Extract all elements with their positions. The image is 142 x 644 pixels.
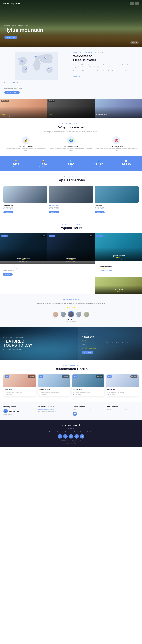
hero-logo: oceaus|travel [4, 2, 21, 5]
stat-destinations: 👥 19 190 Destinations [85, 160, 112, 168]
welcome-map: Europe Asia US Oceania North America Sou… [4, 52, 69, 94]
hero-subtitle: DISCOVER MOUNTAIN TOURS [4, 25, 43, 26]
hero-section: oceaus|travel DISCOVER MOUNTAIN TOURS Hy… [0, 0, 142, 47]
hotel-malere[interactable]: Hotel $290/night Malere Hotel ★★★ 175 Gr… [106, 374, 139, 396]
footer-contact: Book by Phone 📞 (811) 321-4795 Call us a… [0, 402, 142, 420]
card-apostles-price: From $990 / 3 nights [49, 115, 93, 116]
footer-nav-tours[interactable]: Our Tours [57, 431, 62, 432]
card-apostles-overlay: SALE 20% Twelve Apostles ★★★★ From $990 … [47, 98, 95, 118]
social-youtube-icon[interactable]: yt [80, 434, 84, 438]
why-icon-service: 🌍 [67, 136, 75, 144]
avatar-3-selected[interactable] [68, 311, 74, 317]
destination-switzerland-book-button[interactable]: Book now [49, 211, 59, 214]
why-description: Lorem ipsum dolor sit amet, consectetur … [41, 130, 101, 133]
destination-usa-image [4, 186, 47, 203]
social-linkedin-icon[interactable]: in [69, 434, 73, 438]
tour-twelve-apostles[interactable]: Australia -27% Twelve Apostles ★★★★ From… [0, 234, 47, 264]
hotel-serana-address: 175 Serana Hotel, Maldives Island [73, 392, 103, 393]
footer-nav-stories[interactable]: Customer Stories [74, 431, 84, 432]
destination-australia-price: Price From $420 [95, 208, 138, 210]
card-hyatt-stars: ★★★ [96, 115, 141, 116]
hotel-malere-name: Malere Hotel [107, 388, 137, 390]
tours-title: Popular Tours [0, 226, 142, 230]
hotel-hilton-reviews: 3.4 | 220 reviews [5, 394, 35, 395]
featured-description: Lorem ipsum dolor sit amet, consectetur … [82, 342, 138, 346]
hotel-santorini-stars: ★★★★ [39, 390, 69, 392]
hotel-serana-price-badge: $340/night [96, 376, 103, 378]
tour-mananta-sea[interactable]: Maldives -14% Mananta Sea ★★★★ From $380… [47, 234, 95, 264]
nav-icon-1[interactable] [130, 2, 134, 5]
why-title: Why choose us [4, 126, 138, 129]
welcome-stats: Europe Asia US Oceania North America Sou… [4, 82, 69, 89]
hero-nav-icons [130, 2, 138, 5]
tours-right-info: Hylus Mountain ★★★★★ From $330 / 1 night… [95, 262, 142, 277]
footer-copyright: © 2023 OceausTravel. All rights reserved… [4, 440, 138, 442]
card-hyatt-name: Grand Hyatt Hotel [96, 114, 141, 115]
featured-book-button[interactable]: Book now [82, 351, 93, 354]
footer-partners-title: Our Partners [107, 406, 139, 408]
tour-hylus-mountain[interactable]: Mountain Hylus Mountain ★★★★★ From $330 … [95, 234, 142, 262]
footer-nav-about[interactable]: About Us [49, 431, 54, 432]
tours-info-text: Lorem ipsum dolor sit ametconsectetur ad… [3, 266, 92, 272]
card-hilton[interactable]: HOTEL DEAL Hilton hotels ★★★★ From $390 … [0, 98, 47, 118]
hotels-title: Recomended Hotels [4, 367, 138, 371]
hotel-santorini-image: Hotel $460/night [38, 374, 70, 387]
card-grand-hyatt[interactable]: Grand Hyatt Hotel ★★★ [95, 98, 142, 118]
avatar-1[interactable] [52, 311, 58, 317]
why-card-price-desc: Lorem ipsum dolor sit amet, consectetur … [4, 148, 47, 152]
avatar-4[interactable] [76, 311, 82, 317]
footer-dot-1[interactable] [68, 428, 69, 430]
destination-switzerland-name: Switzerland [49, 204, 93, 206]
footer-nav-destination[interactable]: Destination [65, 431, 72, 432]
avatar-5[interactable] [84, 311, 90, 317]
hotel-santorini[interactable]: Hotel $460/night Santorini Hotel ★★★★ 17… [38, 374, 70, 396]
footer-dot-3[interactable] [73, 428, 74, 430]
featured-title: FEATUREDTOURS TO DAY [4, 339, 75, 348]
hotel-serana-badge: Hotel [73, 376, 78, 378]
featured-left-panel: FEATURED TOURS TODAY FEATUREDTOURS TO DA… [0, 327, 78, 360]
destination-australia[interactable]: Australia 52+ trips | 30+ Days Price Fro… [95, 186, 138, 214]
card-hilton-name: Hilton hotels [1, 112, 46, 114]
social-facebook-icon[interactable]: f [58, 434, 62, 438]
tours-book-button[interactable]: Book now [3, 273, 13, 276]
destination-usa-book-button[interactable]: Book now [4, 211, 13, 214]
support-icon: 💬 [73, 412, 77, 416]
hotel-hilton[interactable]: Hotel $390/night Hilton Hotel ★★★★ 175 W… [4, 374, 36, 396]
why-card-price-title: Best Price Guarantee [4, 146, 47, 147]
footer-nav-find[interactable]: Find Tours [87, 431, 93, 432]
tour-mananta-stars: ★★★★ [49, 259, 93, 260]
destination-switzerland[interactable]: Switzerland 38+ trips | 14+ Days Price F… [49, 186, 93, 214]
hero-overlay [0, 0, 142, 47]
tours-right-column: Mountain Hylus Mountain ★★★★★ From $330 … [95, 234, 142, 294]
tour-yellow-fields[interactable]: Yellow Fields ★★★ [95, 277, 142, 294]
stat-packages-label: Travel Packages [30, 166, 57, 168]
nav-icon-2[interactable] [135, 2, 138, 5]
destination-usa[interactable]: United States 48+ trips | 24+ Days Price… [4, 186, 47, 214]
footer-brand: @企业官网设计精选 [4, 442, 138, 444]
footer-pagination-dots [4, 428, 138, 430]
hero-cta-button[interactable]: Learn More [4, 36, 17, 39]
social-google-icon[interactable]: g+ [75, 434, 79, 438]
hotel-santorini-name: Santorini Hotel [39, 388, 69, 390]
hylus-info-desc: Lorem ipsum dolor sit amet, consectetur … [99, 271, 138, 273]
tour-mananta-badge: -14% [89, 235, 93, 237]
card-twelve-apostles[interactable]: SALE 20% Twelve Apostles ★★★★ From $990 … [47, 98, 95, 118]
footer-col-phone: Book by Phone 📞 (811) 321-4795 Call us a… [4, 406, 35, 416]
footer-dot-2-active[interactable] [70, 428, 72, 430]
social-twitter-icon[interactable]: t [63, 434, 67, 438]
stat-hotels-icon: 🏆 [2, 160, 30, 162]
hotel-serana[interactable]: Hotel $340/night Serana Hotel ★★★★ 175 S… [72, 374, 104, 396]
destination-australia-book-button[interactable]: Book now [95, 211, 105, 214]
svg-point-4 [36, 56, 37, 57]
welcome-explore-button[interactable]: Explore Tours [4, 90, 20, 94]
avatar-2[interactable] [60, 311, 66, 317]
why-icon-price: 💰 [22, 136, 30, 144]
hero-nav: oceaus|travel [0, 0, 142, 7]
why-choose-section: WHY TRAVEL WITH US Why choose us Lorem i… [0, 118, 142, 156]
world-map-svg [4, 52, 69, 80]
hotel-malere-stars: ★★★ [107, 390, 137, 392]
welcome-read-more[interactable]: Read more [73, 75, 81, 77]
stat-hotels-label: Best hotels [2, 166, 30, 168]
welcome-description: Lorem ipsum dolor sit amet, consectetur … [73, 64, 138, 68]
hotel-santorini-address: 175 Greek Island Hotel, Santorini Greece [39, 392, 69, 393]
